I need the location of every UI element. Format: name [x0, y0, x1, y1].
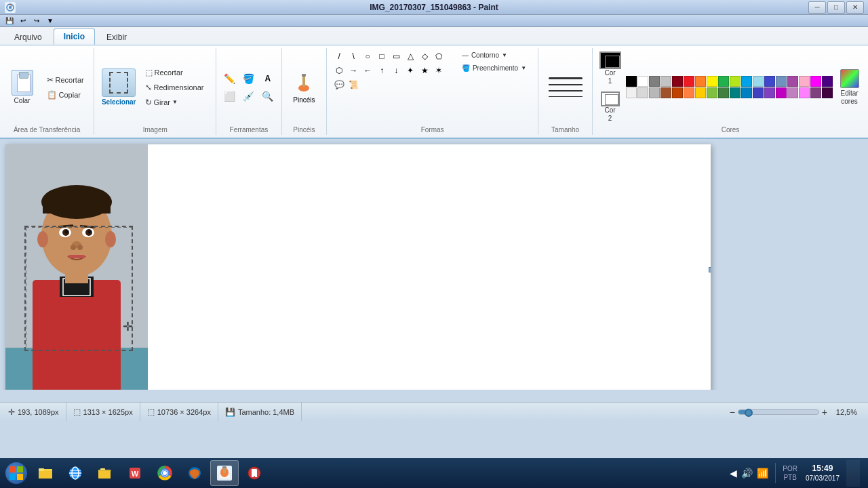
color-r2-16[interactable]: [799, 87, 810, 98]
tab-inicio[interactable]: Inicio: [54, 28, 95, 45]
color-r2-3[interactable]: [649, 87, 660, 98]
shape-scroll-btn[interactable]: 📜: [347, 78, 360, 92]
color-r2-13[interactable]: [764, 87, 775, 98]
girar-button[interactable]: ↻ Girar ▼: [140, 96, 209, 109]
shape-diag2-btn[interactable]: \: [347, 49, 360, 63]
taskbar-ie[interactable]: [61, 460, 90, 486]
scroll-area[interactable]: [0, 390, 868, 402]
shape-arrow-up-btn[interactable]: ↑: [375, 64, 389, 77]
color-r2-5[interactable]: [672, 87, 683, 98]
taskbar-explorer[interactable]: [31, 460, 60, 486]
color-teal[interactable]: [741, 76, 752, 87]
color-blue[interactable]: [764, 76, 775, 87]
color-white[interactable]: [637, 76, 648, 87]
tray-clock[interactable]: 15:49 07/03/2017: [806, 464, 840, 483]
color-r2-7[interactable]: [695, 87, 706, 98]
color-darkred[interactable]: [672, 76, 683, 87]
canvas-wrapper[interactable]: ✛: [5, 144, 711, 390]
show-desktop-btn[interactable]: [846, 460, 860, 487]
canvas-white-area[interactable]: [148, 144, 711, 390]
shape-penta-btn[interactable]: ⬠: [432, 49, 446, 63]
zoom-thumb[interactable]: [745, 409, 753, 417]
recortar-img-button[interactable]: ⬚ Recortar: [140, 66, 209, 79]
customize-quick-btn[interactable]: ▼: [45, 16, 56, 26]
minimize-button[interactable]: ─: [808, 1, 826, 14]
color-r2-10[interactable]: [730, 87, 741, 98]
selecionar-button[interactable]: [102, 68, 136, 97]
color-green[interactable]: [718, 76, 729, 87]
color-yellow[interactable]: [707, 76, 717, 87]
tab-exibir[interactable]: Exibir: [96, 29, 137, 45]
shape-star6-btn[interactable]: ✶: [432, 64, 446, 77]
recortar-button[interactable]: ✂ Recortar: [42, 73, 89, 87]
color-r2-18[interactable]: [822, 87, 833, 98]
color-orange[interactable]: [695, 76, 706, 87]
color-r2-17[interactable]: [810, 87, 821, 98]
tray-network-icon[interactable]: 📶: [757, 468, 768, 479]
tab-arquivo[interactable]: Arquivo: [4, 29, 52, 45]
close-button[interactable]: ✕: [846, 1, 864, 14]
canvas-right-handle[interactable]: [709, 267, 711, 272]
color-gray2[interactable]: [660, 76, 671, 87]
shape-star4-btn[interactable]: ✦: [403, 64, 417, 77]
tray-volume-icon[interactable]: 🔊: [741, 468, 753, 479]
color-r2-12[interactable]: [753, 87, 764, 98]
zoom-in-btn[interactable]: +: [822, 407, 827, 418]
color-r2-8[interactable]: [707, 87, 717, 98]
color-red[interactable]: [684, 76, 694, 87]
text-tool[interactable]: A: [260, 70, 276, 87]
zoom-slider[interactable]: [738, 409, 819, 415]
contorno-button[interactable]: — Contorno ▼: [456, 49, 532, 61]
tray-arrow-icon[interactable]: ◀: [730, 468, 737, 479]
color-r2-2[interactable]: [637, 87, 648, 98]
color-magenta[interactable]: [810, 76, 821, 87]
redo-quick-btn[interactable]: ↪: [31, 16, 42, 26]
shape-rect-btn[interactable]: □: [375, 49, 389, 63]
color-picker-tool[interactable]: 💉: [241, 88, 257, 104]
color-r2-15[interactable]: [787, 87, 798, 98]
color-r2-6[interactable]: [684, 87, 694, 98]
color-r2-11[interactable]: [741, 87, 752, 98]
color-r2-14[interactable]: [776, 87, 787, 98]
preenchimento-button[interactable]: 🪣 Preenchimento ▼: [456, 62, 532, 74]
shape-callout-btn[interactable]: 💬: [332, 78, 346, 92]
brushes-button[interactable]: Pincéis: [287, 67, 321, 108]
edit-colors-button[interactable]: Editarcores: [835, 66, 864, 109]
paste-button[interactable]: Colar: [5, 67, 39, 108]
save-quick-btn[interactable]: 💾: [4, 16, 15, 26]
title-bar-controls[interactable]: ─ □ ✕: [808, 1, 864, 14]
color-r2-9[interactable]: [718, 87, 729, 98]
shape-diamond-btn[interactable]: ◇: [418, 49, 431, 63]
color-periwinkle[interactable]: [776, 76, 787, 87]
shape-arrow-down-btn[interactable]: ↓: [389, 64, 403, 77]
tray-datetime[interactable]: PORPTB: [783, 464, 797, 482]
shape-arrow-left-btn[interactable]: ←: [361, 64, 374, 77]
color2-selector[interactable]: Cor2: [597, 89, 623, 125]
color-r2-1[interactable]: [626, 87, 637, 98]
color-purple[interactable]: [787, 76, 798, 87]
shape-circle-btn[interactable]: ○: [361, 49, 374, 63]
maximize-button[interactable]: □: [827, 1, 845, 14]
copiar-button[interactable]: 📋 Copiar: [42, 88, 89, 102]
color-r2-4[interactable]: [660, 87, 671, 98]
taskbar-paint[interactable]: [210, 460, 239, 486]
taskbar-chrome[interactable]: [151, 460, 179, 486]
start-button[interactable]: [3, 460, 30, 487]
color-black[interactable]: [626, 76, 637, 87]
color-pink[interactable]: [799, 76, 810, 87]
zoom-tool[interactable]: 🔍: [260, 88, 276, 104]
shape-hex-btn[interactable]: ⬡: [332, 64, 346, 77]
color1-selector[interactable]: Cor1: [597, 49, 623, 87]
taskbar-unknown[interactable]: [240, 460, 269, 486]
shape-star5-btn[interactable]: ★: [418, 64, 431, 77]
taskbar-files[interactable]: [91, 460, 119, 486]
shape-roundrect-btn[interactable]: ▭: [389, 49, 403, 63]
taskbar-office[interactable]: W: [121, 460, 149, 486]
taskbar-firefox[interactable]: [180, 460, 209, 486]
shape-arrow-right-btn[interactable]: →: [347, 64, 360, 77]
selecionar-btn-wrapper[interactable]: Selecionar: [102, 68, 136, 106]
color-cyan[interactable]: [753, 76, 764, 87]
color-gray1[interactable]: [649, 76, 660, 87]
pencil-tool[interactable]: ✏️: [222, 70, 238, 87]
zoom-out-btn[interactable]: −: [730, 407, 735, 418]
